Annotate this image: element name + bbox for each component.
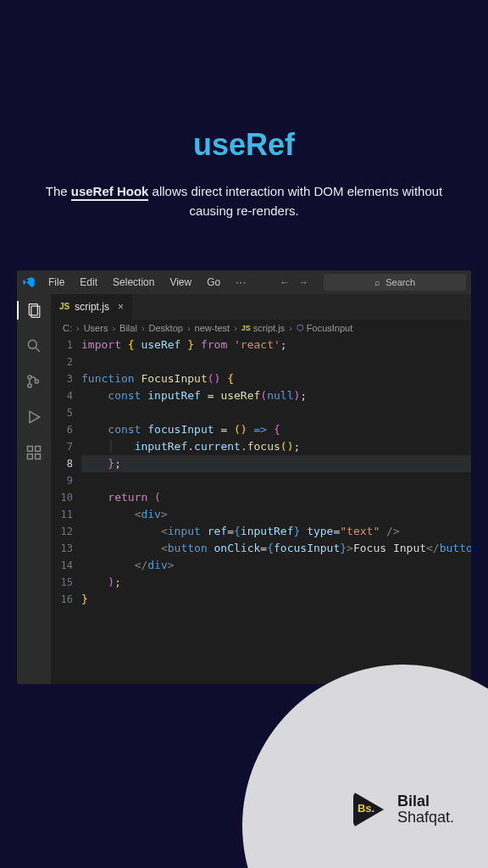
brand-name-1: Bilal [397,793,454,810]
line-number: 5 [51,404,73,421]
svg-marker-7 [30,411,40,422]
page-subtitle: The useRef Hook allows direct interactio… [0,181,488,221]
svg-line-3 [36,348,40,351]
chevron-right-icon: › [289,323,292,333]
svg-rect-8 [28,446,33,451]
explorer-icon[interactable] [17,301,51,320]
code-editor: File Edit Selection View Go ··· ← → ⌕ Se… [17,270,471,684]
chevron-right-icon: › [76,323,80,333]
sub-suffix: allows direct interaction with DOM eleme… [148,184,442,218]
nav-forward-icon[interactable]: → [298,276,308,288]
brand-badge-icon: Bs. [353,792,389,827]
tab-bar: JS script.js × [51,294,471,320]
line-number: 13 [51,540,73,557]
search-input[interactable]: ⌕ Search [324,274,466,291]
search-placeholder: Search [385,277,415,287]
close-icon[interactable]: × [118,301,124,313]
search-icon: ⌕ [374,277,380,287]
vscode-icon [22,275,36,289]
extensions-icon[interactable] [25,443,43,462]
crumb[interactable]: script.js [253,323,285,333]
menu-edit[interactable]: Edit [74,276,103,288]
js-file-icon: JS [59,302,69,311]
svg-rect-9 [28,453,33,459]
line-gutter: 1 2 3 4 5 6 7 8 9 10 11 12 13 14 15 16 [51,337,81,608]
chevron-right-icon: › [187,323,191,333]
line-number: 6 [51,421,73,438]
titlebar: File Edit Selection View Go ··· ← → ⌕ Se… [17,270,471,294]
crumb[interactable]: Desktop [149,323,183,333]
activity-bar [17,294,51,684]
crumb[interactable]: new-test [195,323,230,333]
tab-label: script.js [75,301,109,313]
menu-view[interactable]: View [164,276,197,288]
sub-highlight: useRef Hook [71,184,149,201]
line-number: 7 [51,438,73,455]
svg-point-2 [28,340,36,348]
code-content[interactable]: import { useRef } from 'react'; function… [81,337,471,608]
crumb[interactable]: Users [84,323,108,333]
sub-prefix: The [46,184,71,198]
chevron-right-icon: › [141,323,145,333]
menu-selection[interactable]: Selection [107,276,160,288]
run-debug-icon[interactable] [25,408,43,426]
line-number: 8 [51,455,73,472]
svg-point-6 [35,379,38,382]
chevron-right-icon: › [112,323,115,333]
svg-point-5 [28,383,31,387]
crumb[interactable]: FocusInput [307,323,352,333]
line-number: 9 [51,472,73,489]
line-number: 1 [51,337,73,353]
svg-rect-11 [36,446,41,451]
menu-go[interactable]: Go [201,276,226,288]
footer-decoration [242,665,488,868]
symbol-icon: ⬡ [297,323,304,332]
line-number: 10 [51,489,73,506]
line-number: 4 [51,387,73,404]
search-sidebar-icon[interactable] [25,337,43,355]
brand-name-2: Shafqat. [397,810,454,826]
js-file-icon: JS [241,324,251,332]
crumb[interactable]: Bilal [119,323,137,333]
code-area[interactable]: 1 2 3 4 5 6 7 8 9 10 11 12 13 14 15 16 [51,337,471,684]
nav-back-icon[interactable]: ← [280,276,290,288]
line-number: 12 [51,523,73,540]
menu-file[interactable]: File [42,276,70,288]
menu-more[interactable]: ··· [230,276,252,288]
crumb[interactable]: C: [63,323,72,333]
line-number: 3 [51,370,73,387]
svg-point-4 [28,375,31,378]
chevron-right-icon: › [234,323,237,333]
line-number: 15 [51,574,73,591]
breadcrumb[interactable]: C:› Users› Bilal› Desktop› new-test› JS … [51,320,471,337]
source-control-icon[interactable] [25,372,43,391]
line-number: 2 [51,353,73,370]
svg-rect-10 [36,453,41,459]
tab-script-js[interactable]: JS script.js × [51,294,132,320]
line-number: 16 [51,591,73,608]
page-title: useRef [0,127,488,163]
line-number: 11 [51,506,73,523]
brand-logo: Bs. Bilal Shafqat. [353,792,454,827]
line-number: 14 [51,557,73,574]
